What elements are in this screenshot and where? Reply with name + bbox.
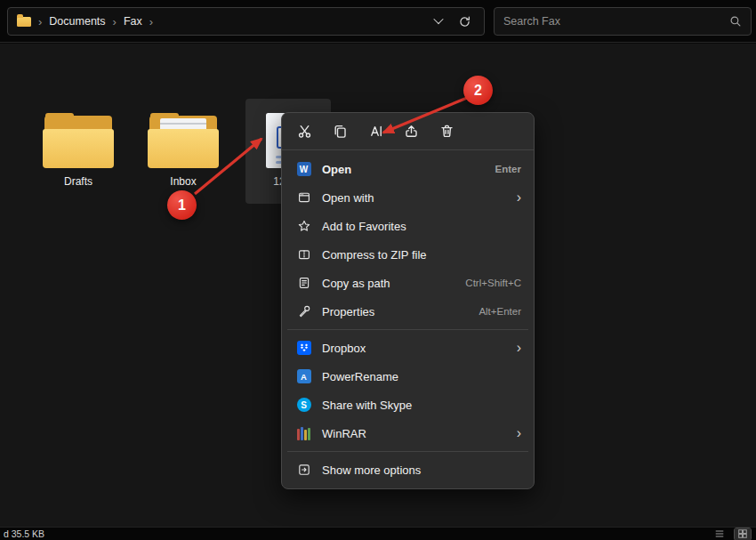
scissors-icon xyxy=(297,124,312,139)
folder-icon xyxy=(17,17,31,27)
large-icons-view-icon xyxy=(737,528,748,539)
menu-item-add-to-favorites[interactable]: Add to Favorites xyxy=(286,212,529,240)
menu-item-label: Show more options xyxy=(322,463,421,477)
copy-path-icon xyxy=(296,276,311,291)
word-app-icon: W xyxy=(296,162,311,177)
menu-item-label: WinRAR xyxy=(322,427,366,440)
context-menu-items: W Open Enter Open with › Add to Favorite… xyxy=(282,150,534,488)
more-options-icon xyxy=(296,463,311,478)
address-bar-controls xyxy=(435,15,475,28)
search-box[interactable] xyxy=(494,7,752,36)
breadcrumb-chevron-icon: › xyxy=(112,16,117,28)
submenu-chevron-icon: › xyxy=(517,426,521,440)
context-menu: W Open Enter Open with › Add to Favorite… xyxy=(281,112,535,489)
file-label: Drafts xyxy=(64,175,92,188)
search-icon[interactable] xyxy=(729,15,742,28)
status-bar: d 35.5 KB xyxy=(0,527,756,540)
address-bar[interactable]: › Documents › Fax › xyxy=(7,7,485,36)
search-input[interactable] xyxy=(503,15,729,28)
menu-item-label: Add to Favorites xyxy=(322,220,406,233)
powerrename-icon: A xyxy=(296,369,311,384)
details-view-button[interactable] xyxy=(712,528,728,540)
breadcrumb-item-documents[interactable]: Documents xyxy=(49,15,105,28)
breadcrumb-chevron-icon: › xyxy=(149,16,154,28)
menu-item-label: Compress to ZIP file xyxy=(322,248,427,262)
file-label: Inbox xyxy=(170,175,196,188)
folder-with-document-icon xyxy=(148,106,219,168)
menu-divider xyxy=(287,451,528,452)
winrar-icon xyxy=(296,426,311,441)
chevron-down-icon[interactable] xyxy=(433,13,443,23)
menu-item-compress-to-zip[interactable]: Compress to ZIP file xyxy=(286,240,529,269)
star-icon xyxy=(296,219,311,234)
menu-item-properties[interactable]: Properties Alt+Enter xyxy=(286,297,529,326)
explorer-toolbar: › Documents › Fax › xyxy=(0,0,756,43)
rename-icon xyxy=(368,124,383,139)
breadcrumb-item-fax[interactable]: Fax xyxy=(124,15,142,28)
menu-item-label: Properties xyxy=(322,305,374,318)
menu-item-powerrename[interactable]: A PowerRename xyxy=(286,362,529,391)
skype-icon: S xyxy=(296,398,311,413)
breadcrumb-chevron-icon: › xyxy=(37,16,43,28)
file-tile-drafts[interactable]: Drafts xyxy=(36,99,121,204)
cut-button[interactable] xyxy=(289,118,319,145)
rename-button[interactable] xyxy=(360,118,390,145)
dropbox-icon xyxy=(296,341,311,356)
menu-item-label: Dropbox xyxy=(322,342,366,355)
zip-folder-icon xyxy=(296,247,311,262)
menu-item-label: Open xyxy=(322,163,351,176)
menu-item-open-with[interactable]: Open with › xyxy=(286,183,529,212)
menu-item-label: Share with Skype xyxy=(322,399,412,412)
menu-item-dropbox[interactable]: Dropbox › xyxy=(286,334,529,362)
shortcut-label: Enter xyxy=(495,164,521,174)
context-menu-quick-actions xyxy=(282,113,534,150)
menu-item-label: PowerRename xyxy=(322,370,398,383)
menu-divider xyxy=(287,329,528,330)
menu-item-copy-as-path[interactable]: Copy as path Ctrl+Shift+C xyxy=(286,269,529,297)
submenu-chevron-icon: › xyxy=(517,341,521,355)
trash-icon xyxy=(439,124,454,139)
copy-icon xyxy=(333,124,348,139)
menu-item-open[interactable]: W Open Enter xyxy=(286,155,529,183)
file-explorer-window: › Documents › Fax › Drafts xyxy=(0,0,756,540)
shortcut-label: Alt+Enter xyxy=(479,306,521,317)
shortcut-label: Ctrl+Shift+C xyxy=(465,278,521,288)
menu-item-share-with-skype[interactable]: S Share with Skype xyxy=(286,391,529,419)
annotation-badge-1: 1 xyxy=(167,190,197,220)
annotation-badge-2: 2 xyxy=(463,76,493,105)
menu-item-winrar[interactable]: WinRAR › xyxy=(286,419,529,447)
folder-icon xyxy=(43,106,114,168)
open-with-icon xyxy=(296,190,311,206)
share-icon xyxy=(404,124,419,139)
file-tile-inbox[interactable]: Inbox xyxy=(141,99,226,204)
submenu-chevron-icon: › xyxy=(517,190,521,205)
large-icons-view-button[interactable] xyxy=(735,528,751,540)
wrench-icon xyxy=(296,304,311,319)
menu-item-show-more-options[interactable]: Show more options xyxy=(286,455,529,484)
copy-button[interactable] xyxy=(325,118,355,145)
menu-item-label: Open with xyxy=(322,191,374,205)
menu-item-label: Copy as path xyxy=(322,277,390,290)
delete-button[interactable] xyxy=(431,118,462,145)
refresh-icon[interactable] xyxy=(458,15,471,28)
selection-info: d 35.5 KB xyxy=(4,528,44,539)
share-button[interactable] xyxy=(396,118,426,145)
details-view-icon xyxy=(714,528,725,539)
